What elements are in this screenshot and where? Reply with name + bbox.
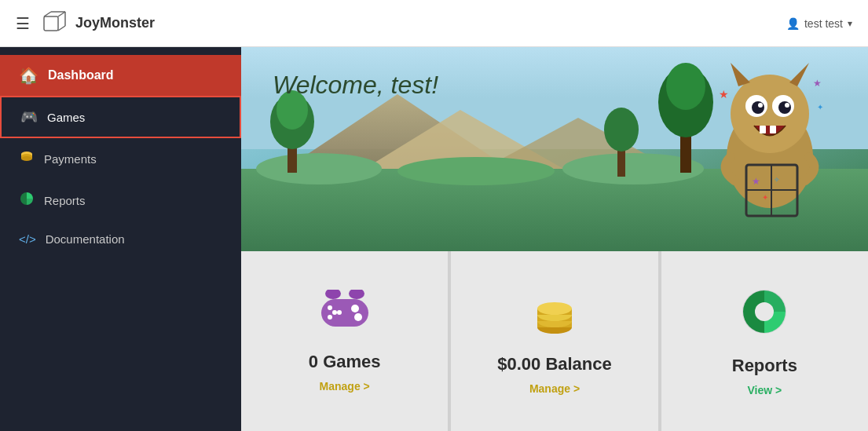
sidebar-item-label-reports: Reports (44, 194, 86, 207)
logo-text: JoyMonster (75, 15, 155, 31)
svg-point-17 (256, 153, 382, 184)
svg-line-1 (44, 12, 51, 16)
svg-point-64 (537, 302, 572, 315)
code-icon: </> (19, 232, 36, 246)
card-balance[interactable]: $0.00 Balance Manage > (451, 251, 661, 431)
gamepad-icon: 🎮 (20, 108, 38, 126)
games-card-icon (317, 290, 372, 344)
user-icon: 👤 (786, 17, 800, 30)
logo-icon (42, 10, 69, 37)
sidebar-item-label-documentation: Documentation (46, 232, 125, 246)
svg-text:★: ★ (719, 88, 729, 100)
card-games[interactable]: 0 Games Manage > (241, 251, 451, 431)
card-reports[interactable]: Reports View > (661, 251, 868, 431)
svg-text:★: ★ (752, 176, 760, 187)
svg-text:✦: ✦ (762, 193, 768, 202)
svg-point-35 (785, 103, 789, 108)
svg-text:✧: ✧ (774, 176, 780, 184)
svg-point-66 (755, 302, 774, 321)
main-layout: 🏠 Dashboard 🎮 Games Payments (0, 47, 868, 431)
sidebar-item-documentation[interactable]: </> Documentation (0, 221, 241, 257)
sidebar-item-label-payments: Payments (44, 152, 97, 166)
logo-area: JoyMonster (42, 10, 155, 37)
svg-point-53 (337, 310, 342, 315)
svg-point-32 (752, 101, 764, 114)
svg-point-18 (397, 157, 555, 185)
balance-card-link[interactable]: Manage > (529, 382, 580, 395)
reports-icon (19, 191, 35, 210)
navbar-left: ☰ JoyMonster (16, 10, 155, 37)
svg-point-50 (332, 310, 337, 315)
sidebar-item-games[interactable]: 🎮 Games (0, 96, 241, 138)
balance-card-title: $0.00 Balance (497, 354, 612, 374)
svg-rect-37 (770, 126, 776, 133)
games-card-link[interactable]: Manage > (320, 380, 370, 393)
balance-card-icon (527, 288, 582, 346)
svg-point-27 (604, 108, 639, 152)
home-icon: 🏠 (19, 66, 38, 85)
sidebar-item-label-games: Games (47, 111, 85, 124)
svg-point-10 (21, 156, 32, 161)
payments-icon (19, 149, 35, 169)
sidebar: 🏠 Dashboard 🎮 Games Payments (0, 47, 241, 431)
user-menu[interactable]: 👤 test test ▾ (786, 17, 852, 30)
svg-point-57 (349, 290, 364, 299)
svg-marker-38 (731, 63, 750, 86)
sidebar-item-payments[interactable]: Payments (0, 138, 241, 180)
svg-point-34 (758, 103, 763, 108)
svg-line-3 (58, 26, 65, 31)
reports-card-icon (737, 286, 792, 348)
games-card-title: 0 Games (309, 352, 381, 372)
svg-rect-0 (44, 16, 58, 31)
svg-point-55 (354, 313, 362, 321)
svg-text:★: ★ (813, 78, 822, 89)
svg-point-51 (328, 305, 332, 310)
hero-welcome-text: Welcome, test! (273, 71, 438, 100)
svg-rect-49 (321, 299, 368, 327)
user-label: test test (804, 17, 843, 30)
sidebar-item-dashboard[interactable]: 🏠 Dashboard (0, 55, 241, 96)
svg-rect-36 (760, 126, 766, 133)
hero-monster: ★ ✦ ✧ ★ ★ ✦ (695, 55, 844, 236)
cards-section: 0 Games Manage > $ (241, 251, 868, 431)
svg-point-33 (778, 101, 791, 114)
svg-point-54 (351, 305, 359, 312)
reports-card-link[interactable]: View > (747, 384, 782, 396)
svg-text:✦: ✦ (817, 103, 823, 111)
navbar: ☰ JoyMonster 👤 test test ▾ (0, 0, 868, 47)
svg-point-56 (325, 290, 341, 299)
main-content: ~ ~ ~ (241, 47, 868, 431)
sidebar-item-label-dashboard: Dashboard (48, 68, 114, 82)
svg-line-2 (58, 12, 65, 16)
hamburger-menu[interactable]: ☰ (16, 14, 30, 33)
chevron-down-icon: ▾ (848, 18, 852, 29)
reports-card-title: Reports (732, 356, 797, 376)
sidebar-item-reports[interactable]: Reports (0, 180, 241, 221)
hero-banner: ~ ~ ~ (241, 47, 868, 251)
svg-point-52 (328, 315, 332, 320)
svg-marker-39 (789, 63, 809, 86)
